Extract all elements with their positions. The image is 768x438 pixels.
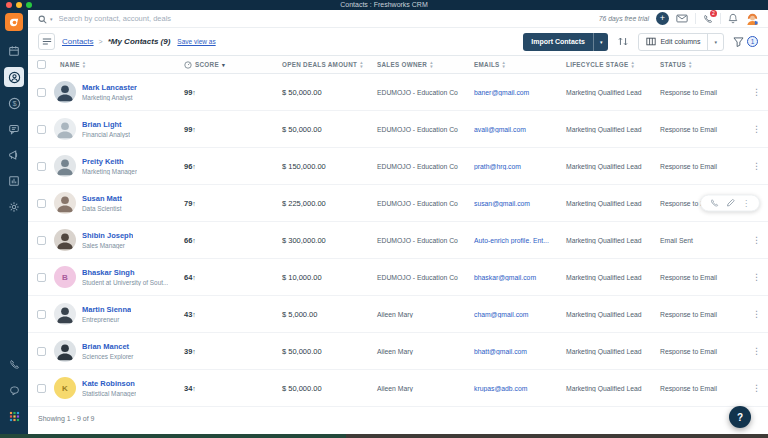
email-link[interactable]: baner@gmail.com	[474, 89, 529, 96]
sort-icon[interactable]: ▴▾	[430, 61, 433, 68]
row-kebab-menu-icon[interactable]: ⋮	[745, 235, 768, 245]
email-link[interactable]: cham@gmail.com	[474, 311, 529, 318]
row-checkbox[interactable]	[37, 273, 46, 282]
column-header-emails[interactable]: EMAILS ▴▾	[470, 61, 562, 68]
select-all-checkbox[interactable]	[37, 60, 46, 69]
column-header-lifecycle-stage[interactable]: LIFECYCLE STAGE ▴▾	[562, 61, 656, 68]
current-view-name[interactable]: *My Contacts (9)	[108, 37, 171, 46]
call-action-icon[interactable]	[710, 199, 719, 208]
sidebar-item-settings[interactable]	[4, 197, 24, 217]
sort-icon[interactable]: ▴▾	[503, 61, 506, 68]
more-actions-icon[interactable]: ⋮	[742, 199, 750, 208]
row-checkbox[interactable]	[37, 88, 46, 97]
email-link[interactable]: prath@hrg.com	[474, 163, 521, 170]
contact-job-title: Sales Manager	[82, 242, 133, 249]
table-row[interactable]: Susan Matt Data Scientist 79↑ $ 225,000.…	[28, 185, 768, 222]
user-avatar[interactable]	[745, 11, 760, 26]
email-icon[interactable]	[676, 14, 688, 23]
open-deals-amount-cell: $ 5,000.00	[278, 310, 373, 319]
sidebar-item-analytics[interactable]	[4, 171, 24, 191]
row-kebab-menu-icon[interactable]: ⋮	[745, 309, 768, 319]
row-kebab-menu-icon[interactable]: ⋮	[745, 346, 768, 356]
sort-icon[interactable]	[617, 36, 629, 47]
filter-funnel-icon[interactable]	[733, 37, 744, 47]
avatar	[54, 81, 76, 103]
help-button[interactable]: ?	[729, 406, 751, 428]
search-icon[interactable]	[38, 10, 47, 28]
sort-desc-icon[interactable]: ▾	[222, 62, 225, 68]
email-link[interactable]: Auto-enrich profile. Ent...	[474, 237, 549, 244]
row-kebab-menu-icon[interactable]: ⋮	[745, 161, 768, 171]
column-header-open-deals[interactable]: OPEN DEALS AMOUNT ▴▾	[278, 61, 373, 68]
edit-columns-button[interactable]: Edit columns ▾	[638, 33, 724, 51]
table-view-toggle-icon[interactable]	[38, 33, 55, 50]
edit-columns-caret-icon[interactable]: ▾	[707, 34, 723, 50]
search-scope-caret-icon[interactable]: ▾	[50, 16, 53, 22]
column-header-status[interactable]: STATUS ▴▾	[656, 61, 745, 68]
sort-icon[interactable]: ▴▾	[689, 61, 692, 68]
contact-name-link[interactable]: Brian Mancet	[82, 342, 129, 351]
sidebar-item-calendar[interactable]	[4, 41, 24, 61]
apps-switcher-icon[interactable]	[4, 406, 24, 426]
quick-add-button[interactable]: +	[656, 12, 669, 25]
row-checkbox[interactable]	[37, 384, 46, 393]
table-row[interactable]: Mark Lancaster Marketing Analyst 99↑ $ 5…	[28, 74, 768, 111]
table-row[interactable]: K Kate Robinson Statistical Manager 34↑ …	[28, 370, 768, 407]
contact-name-link[interactable]: Martin Sienna	[82, 305, 131, 314]
table-row[interactable]: Preity Keith Marketing Manager 96↑ $ 150…	[28, 148, 768, 185]
search-input[interactable]	[59, 14, 279, 23]
calls-icon[interactable]: 2	[703, 14, 713, 24]
sales-owner-cell: EDUMOJO - Education Co	[373, 200, 470, 207]
sort-icon[interactable]: ▴▾	[631, 61, 634, 68]
sidebar-item-conversations[interactable]	[4, 119, 24, 139]
row-checkbox[interactable]	[37, 199, 46, 208]
contact-name-link[interactable]: Brian Light	[82, 120, 122, 129]
table-row[interactable]: Martin Sienna Entrepreneur 43↑ $ 5,000.0…	[28, 296, 768, 333]
trial-countdown: 76 days free trial	[599, 15, 649, 22]
column-header-sales-owner[interactable]: SALES OWNER ▴▾	[373, 61, 470, 68]
email-link[interactable]: krupas@adb.com	[474, 385, 527, 392]
column-header-score[interactable]: SCORE ▾	[180, 61, 278, 69]
sidebar-item-campaigns[interactable]	[4, 145, 24, 165]
row-hover-actions: ⋮	[700, 195, 760, 212]
email-link[interactable]: bhatt@gmail.com	[474, 348, 527, 355]
row-checkbox[interactable]	[37, 236, 46, 245]
sort-icon[interactable]: ▴▾	[83, 61, 86, 68]
sidebar-item-deals[interactable]: $	[4, 93, 24, 113]
table-row[interactable]: Brian Mancet Sciences Explorer 39↑ $ 50,…	[28, 333, 768, 370]
row-kebab-menu-icon[interactable]: ⋮	[745, 272, 768, 282]
sort-icon[interactable]: ▴▾	[360, 61, 363, 68]
support-chat-icon[interactable]	[4, 380, 24, 400]
row-checkbox[interactable]	[37, 310, 46, 319]
contact-name-link[interactable]: Mark Lancaster	[82, 83, 137, 92]
notifications-bell-icon[interactable]	[728, 13, 738, 24]
phone-dialer-icon[interactable]	[4, 354, 24, 374]
contact-name-link[interactable]: Bhaskar Singh	[82, 268, 135, 277]
import-contacts-button[interactable]: Import Contacts ▾	[523, 33, 608, 51]
column-header-name[interactable]: NAME ▴▾	[54, 61, 180, 68]
row-kebab-menu-icon[interactable]: ⋮	[745, 383, 768, 393]
row-kebab-menu-icon[interactable]: ⋮	[745, 124, 768, 134]
contact-name-link[interactable]: Preity Keith	[82, 157, 124, 166]
table-row[interactable]: Brian Light Financial Analyst 99↑ $ 50,0…	[28, 111, 768, 148]
email-link[interactable]: avali@gmail.com	[474, 126, 526, 133]
email-link[interactable]: bhaskar@gmail.com	[474, 274, 536, 281]
contact-name-link[interactable]: Kate Robinson	[82, 379, 135, 388]
active-filter-count-badge[interactable]: 1	[747, 36, 758, 47]
edit-action-icon[interactable]	[726, 199, 735, 208]
open-deals-amount-cell: $ 300,000.00	[278, 236, 373, 245]
row-kebab-menu-icon[interactable]: ⋮	[745, 87, 768, 97]
table-row[interactable]: B Bhaskar Singh Student at University of…	[28, 259, 768, 296]
breadcrumb-contacts-link[interactable]: Contacts	[62, 37, 94, 46]
row-checkbox[interactable]	[37, 162, 46, 171]
row-checkbox[interactable]	[37, 347, 46, 356]
save-view-as-link[interactable]: Save view as	[177, 38, 215, 45]
contact-name-link[interactable]: Shibin Joseph	[82, 231, 133, 240]
contact-name-link[interactable]: Susan Matt	[82, 194, 122, 203]
table-row[interactable]: Shibin Joseph Sales Manager 66↑ $ 300,00…	[28, 222, 768, 259]
sidebar-item-contacts[interactable]	[4, 67, 24, 87]
row-checkbox[interactable]	[37, 125, 46, 134]
email-link[interactable]: susan@gmail.com	[474, 200, 530, 207]
import-dropdown-caret-icon[interactable]: ▾	[593, 33, 609, 51]
freshworks-logo[interactable]	[5, 13, 23, 31]
